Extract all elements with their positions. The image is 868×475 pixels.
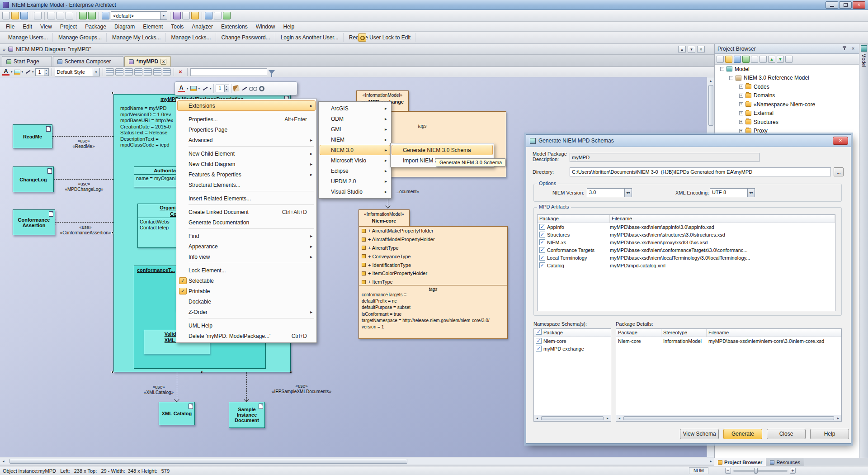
new-diagram-icon[interactable]	[734, 56, 741, 63]
move-up-icon[interactable]	[768, 56, 775, 63]
collapse-up-icon[interactable]	[678, 46, 686, 53]
context-menu-item[interactable]: UML Help	[177, 320, 316, 331]
xml-encoding-combobox[interactable]: UTF-8 ▾	[710, 188, 755, 197]
context-menu-item[interactable]: Create Linked Document Ctrl+Alt+D	[177, 207, 316, 217]
context-menu-item[interactable]: New Child Element	[177, 148, 316, 159]
column-header-package[interactable]: Package	[538, 215, 610, 223]
font-color-icon[interactable]: A	[178, 85, 185, 92]
new-document-icon[interactable]	[2, 12, 10, 19]
checkbox[interactable]	[539, 255, 545, 261]
column-header-package[interactable]: Package	[616, 329, 661, 337]
line-width-spinner[interactable]: 1 ▴▾	[216, 85, 229, 92]
artifact-row[interactable]: Structures myMPD\base-xsd\niem\structure…	[538, 231, 835, 238]
format-painter-icon[interactable]	[233, 85, 240, 92]
context-menu-item[interactable]: Properties Page	[177, 124, 316, 135]
panel-tab[interactable]: Project Browser	[714, 458, 766, 466]
checkbox[interactable]	[536, 338, 542, 344]
scrollbar-thumb[interactable]	[708, 85, 713, 126]
help-icon[interactable]	[223, 12, 231, 19]
expander-icon[interactable]	[739, 129, 743, 133]
submenu-item[interactable]: ODM	[320, 114, 390, 124]
attribute-row[interactable]: + AircraftModelPropertyHolder	[359, 235, 507, 244]
highlight-ring-icon[interactable]	[259, 86, 264, 91]
pin-icon[interactable]	[842, 46, 847, 52]
panel-tab[interactable]: Resources	[766, 458, 804, 466]
xml-catalog-element[interactable]: XML Catalog	[159, 402, 195, 425]
expander-icon[interactable]	[739, 102, 743, 106]
connector-changelog[interactable]	[54, 179, 113, 180]
expander-icon[interactable]	[739, 111, 743, 115]
details-row[interactable]: Niem-core InformationModel myMPD\base-xs…	[616, 337, 841, 345]
fill-color-icon[interactable]	[14, 70, 20, 75]
directory-field[interactable]	[570, 167, 831, 176]
project-tools-icon[interactable]	[205, 12, 212, 19]
artifact-row[interactable]: AppInfo myMPD\base-xsd\niem\appinfo\3.0\…	[538, 223, 835, 231]
menu-bar-item[interactable]: Project	[56, 23, 81, 31]
menu-bar-item[interactable]: Extensions	[217, 23, 252, 31]
scrollbar-thumb[interactable]	[541, 416, 604, 420]
selection-handle[interactable]	[111, 92, 113, 94]
attribute-row[interactable]: + ItemType	[359, 278, 507, 286]
context-menu-item[interactable]: Selectable	[177, 276, 316, 286]
connector-conformance[interactable]	[55, 222, 113, 223]
expander-icon[interactable]	[729, 76, 733, 80]
profile-combobox[interactable]: <default>	[111, 11, 167, 20]
eyedropper-icon[interactable]	[241, 86, 247, 92]
scroll-left-icon[interactable]: ◂	[534, 415, 540, 421]
delete-from-diagram-icon[interactable]	[177, 68, 184, 76]
favorites-icon[interactable]	[191, 12, 199, 19]
niemcore-tags-compartment[interactable]: tags conformanceTargets =defaultPrefix =…	[359, 285, 508, 339]
context-menu-item[interactable]: Properties... Alt+Enter	[177, 114, 316, 124]
close-button[interactable]: Close	[767, 429, 806, 439]
fill-color-icon[interactable]	[190, 86, 197, 91]
selection-handle[interactable]	[201, 371, 203, 373]
zoom-slider[interactable]	[733, 470, 788, 472]
submenu-item[interactable]: Visual Studio	[320, 186, 390, 197]
context-menu-item[interactable]: Appearance	[177, 241, 316, 252]
zoom-in-icon[interactable]	[790, 468, 796, 474]
minimize-button[interactable]	[826, 1, 838, 9]
expander-icon[interactable]	[739, 120, 743, 124]
browse-button[interactable]: ...	[834, 167, 844, 176]
font-color-icon[interactable]: A	[2, 68, 9, 76]
font-color-dropdown-icon[interactable]	[187, 87, 189, 90]
attribute-row[interactable]: + AircraftType	[359, 244, 507, 252]
collapse-down-icon[interactable]	[688, 46, 695, 53]
line-color-dropdown-icon[interactable]	[210, 87, 212, 90]
same-height-icon[interactable]	[153, 68, 161, 76]
fill-color-dropdown-icon[interactable]	[22, 70, 24, 74]
selection-handle[interactable]	[290, 371, 292, 373]
scrollbar-thumb[interactable]	[9, 459, 407, 464]
new-package-icon[interactable]	[725, 56, 732, 63]
security-toolbar-item[interactable]: Manage Groups...	[54, 33, 107, 42]
redo-icon[interactable]	[88, 12, 96, 19]
artifact-row[interactable]: Catalog myMPD\mpd-catalog.xml	[538, 261, 835, 269]
tree-item[interactable]: NIEM 3.0 Reference Model	[715, 74, 859, 83]
dialog-close-button[interactable]	[833, 137, 848, 145]
menu-bar-item[interactable]: Package	[81, 23, 110, 31]
scroll-left-icon[interactable]: ◂	[616, 415, 623, 421]
paste-icon[interactable]	[66, 12, 73, 19]
checkbox[interactable]	[539, 239, 545, 245]
generate-button[interactable]: Generate	[723, 429, 762, 439]
style-combobox[interactable]: Default Style	[55, 68, 100, 76]
line-color-dropdown-icon[interactable]	[32, 70, 34, 74]
context-menu-item[interactable]: Insert Related Elements...	[177, 193, 316, 204]
line-color-icon[interactable]	[202, 86, 208, 92]
artifact-row[interactable]: NIEM-xs myMPD\base-xsd\niem\proxy\xsd\3.…	[538, 238, 835, 246]
help-button[interactable]: Help	[810, 429, 849, 439]
artifact-row[interactable]: Conformance Targets myMPD\base-xsd\niem\…	[538, 246, 835, 254]
search-icon[interactable]	[102, 12, 109, 19]
model-vertical-tab[interactable]: Model	[861, 53, 867, 67]
combo-dropdown-icon[interactable]: ▾	[747, 189, 755, 197]
delete-icon[interactable]	[751, 56, 758, 63]
changelog-element[interactable]: ChangeLog	[13, 166, 54, 192]
package-browser-icon[interactable]	[173, 12, 181, 19]
tree-item[interactable]: Model	[715, 65, 859, 74]
scroll-left-icon[interactable]: ◂	[0, 458, 7, 465]
document-tab[interactable]: Schema Composer	[53, 56, 124, 66]
submenu-item[interactable]: GML	[320, 124, 390, 134]
context-menu-item[interactable]: New Child Diagram	[177, 159, 316, 169]
sample-instance-document-element[interactable]: Sample Instance Document	[229, 402, 265, 428]
niemcore-element-header[interactable]: «InformationModel» Niem-core	[359, 209, 410, 226]
